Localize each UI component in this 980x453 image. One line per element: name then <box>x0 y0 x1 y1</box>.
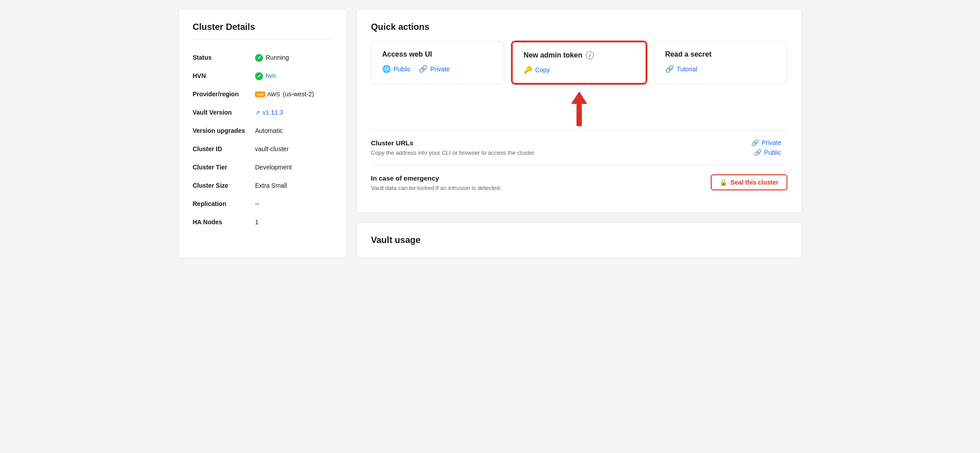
emergency-section: In case of emergency Vault data can be l… <box>371 165 787 200</box>
seal-button-label: Seal this cluster <box>731 179 778 186</box>
aws-badge: aws <box>255 91 265 97</box>
cluster-urls-public-link[interactable]: 🔗 Public <box>754 149 781 156</box>
cluster-details-panel: Cluster Details Status Running HVN hvn P… <box>178 9 347 258</box>
value-version-upgrades: Automatic <box>255 126 283 136</box>
value-hvn: hvn <box>255 71 276 81</box>
action-card-header-web-ui: Access web UI <box>382 50 493 58</box>
hvn-green-icon <box>255 72 263 80</box>
web-ui-public-link[interactable]: 🌐 Public <box>382 65 411 73</box>
label-status: Status <box>193 53 255 62</box>
action-card-access-web-ui[interactable]: Access web UI 🌐 Public 🔗 Private <box>371 41 504 84</box>
label-hvn: HVN <box>193 71 255 81</box>
detail-row-hvn: HVN hvn <box>193 67 333 85</box>
right-panel: Quick actions Access web UI 🌐 Public 🔗 P… <box>356 9 802 258</box>
cluster-urls-left: Cluster URLs Copy the address into your … <box>371 139 535 156</box>
value-vault-version: ↗ v1.11.3 <box>255 108 283 117</box>
label-cluster-id: Cluster ID <box>193 144 255 154</box>
detail-row-cluster-tier: Cluster Tier Development <box>193 158 333 177</box>
action-card-new-admin-token[interactable]: New admin token i 🔑 Copy <box>511 41 646 84</box>
detail-row-vault-version: Vault Version ↗ v1.11.3 <box>193 103 333 122</box>
quick-actions-grid: Access web UI 🌐 Public 🔗 Private New adm… <box>371 41 787 84</box>
seal-cluster-button[interactable]: 🔒 Seal this cluster <box>711 174 787 190</box>
new-admin-token-title: New admin token <box>523 51 582 59</box>
network-icon: 🔗 <box>419 65 428 73</box>
hvn-link[interactable]: hvn <box>266 71 276 81</box>
value-cluster-tier: Development <box>255 163 292 172</box>
action-card-header-token: New admin token i <box>523 51 634 59</box>
value-ha-nodes: 1 <box>255 218 259 227</box>
tutorial-label: Tutorial <box>677 66 697 73</box>
external-link-icon: ↗ <box>255 108 260 117</box>
arrow-head <box>571 91 587 104</box>
copy-token-label: Copy <box>535 66 550 74</box>
arrow-annotation <box>371 91 787 126</box>
label-cluster-tier: Cluster Tier <box>193 163 255 172</box>
detail-row-status: Status Running <box>193 49 333 67</box>
value-replication: -- <box>255 199 259 209</box>
vault-usage-title: Vault usage <box>371 235 787 245</box>
quick-actions-title: Quick actions <box>371 22 787 32</box>
cluster-url-public-icon: 🔗 <box>754 149 762 156</box>
detail-row-version-upgrades: Version upgrades Automatic <box>193 122 333 140</box>
label-replication: Replication <box>193 199 255 209</box>
detail-row-replication: Replication -- <box>193 195 333 213</box>
cluster-urls-title: Cluster URLs <box>371 139 535 147</box>
web-ui-public-label: Public <box>394 66 411 73</box>
value-cluster-id: vault-cluster <box>255 144 288 154</box>
value-cluster-size: Extra Small <box>255 181 287 190</box>
label-provider: Provider/region <box>193 90 255 99</box>
quick-actions-card: Quick actions Access web UI 🌐 Public 🔗 P… <box>356 9 802 213</box>
action-card-header-secret: Read a secret <box>665 50 776 58</box>
value-provider: aws AWS (us-west-2) <box>255 90 314 99</box>
status-green-icon <box>255 54 263 62</box>
label-ha-nodes: HA Nodes <box>193 218 255 227</box>
vault-version-link[interactable]: v1.11.3 <box>263 108 283 117</box>
detail-row-ha-nodes: HA Nodes 1 <box>193 213 333 231</box>
tutorial-icon: 🔗 <box>665 65 674 73</box>
vault-usage-card: Vault usage <box>356 222 802 258</box>
red-arrow <box>571 91 587 126</box>
web-ui-private-label: Private <box>430 66 450 73</box>
cluster-urls-description: Copy the address into your CLI or browse… <box>371 149 535 156</box>
lock-icon: 🔒 <box>720 179 727 186</box>
aws-text: AWS <box>267 90 280 99</box>
access-web-ui-title: Access web UI <box>382 50 432 58</box>
read-secret-title: Read a secret <box>665 50 712 58</box>
cluster-urls-private-link[interactable]: 🔗 Private <box>751 139 781 146</box>
detail-row-provider: Provider/region aws AWS (us-west-2) <box>193 85 333 103</box>
cluster-urls-private-label: Private <box>762 139 781 146</box>
cluster-details-title: Cluster Details <box>193 22 333 32</box>
aws-logo: aws AWS <box>255 90 280 99</box>
copy-token-link[interactable]: 🔑 Copy <box>523 66 550 74</box>
cluster-urls-right: 🔗 Private 🔗 Public <box>751 139 787 156</box>
detail-row-cluster-id: Cluster ID vault-cluster <box>193 140 333 158</box>
emergency-description: Vault data can be locked if an intrusion… <box>371 185 501 191</box>
label-vault-version: Vault Version <box>193 108 255 117</box>
tutorial-link[interactable]: 🔗 Tutorial <box>665 65 697 73</box>
label-cluster-size: Cluster Size <box>193 181 255 190</box>
cluster-urls-public-label: Public <box>764 149 781 156</box>
value-status: Running <box>255 53 289 62</box>
cluster-urls-section: Cluster URLs Copy the address into your … <box>371 130 787 165</box>
globe-icon: 🌐 <box>382 65 391 73</box>
action-card-read-secret[interactable]: Read a secret 🔗 Tutorial <box>654 41 787 84</box>
page-container: Cluster Details Status Running HVN hvn P… <box>178 9 802 258</box>
label-version-upgrades: Version upgrades <box>193 126 255 136</box>
emergency-title: In case of emergency <box>371 174 501 182</box>
arrow-shaft <box>576 104 582 126</box>
aws-region: (us-west-2) <box>283 90 314 99</box>
key-icon: 🔑 <box>523 66 532 74</box>
status-text: Running <box>266 53 289 62</box>
web-ui-private-link[interactable]: 🔗 Private <box>419 65 450 73</box>
cluster-url-private-icon: 🔗 <box>751 139 759 146</box>
detail-row-cluster-size: Cluster Size Extra Small <box>193 177 333 195</box>
emergency-left: In case of emergency Vault data can be l… <box>371 174 501 191</box>
divider <box>193 39 333 40</box>
info-icon[interactable]: i <box>586 51 594 59</box>
